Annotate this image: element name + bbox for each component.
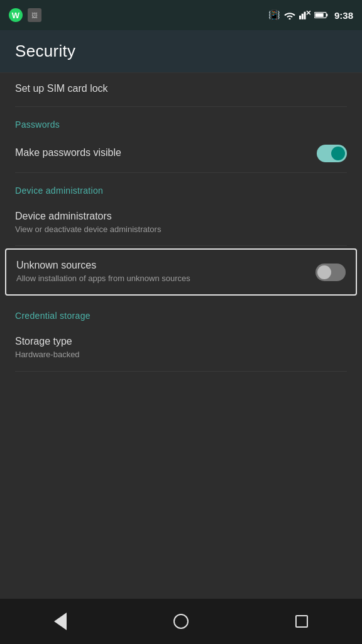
make-passwords-visible-item[interactable]: Make passwords visible: [0, 135, 362, 172]
device-administrators-title: Device administrators: [15, 211, 347, 222]
gallery-icon: 🖼: [28, 8, 41, 22]
whatsapp-icon: W: [9, 8, 23, 22]
nav-home-button[interactable]: [162, 602, 200, 640]
make-passwords-visible-title: Make passwords visible: [15, 147, 309, 158]
unknown-sources-title: Unknown sources: [16, 260, 308, 271]
unknown-sources-subtitle: Allow installation of apps from unknown …: [16, 273, 255, 284]
svg-rect-3: [304, 12, 305, 19]
page-title: Security: [15, 42, 347, 61]
nav-recent-button[interactable]: [283, 602, 321, 640]
svg-rect-7: [315, 13, 323, 17]
svg-rect-1: [299, 16, 301, 19]
unknown-sources-toggle-thumb: [317, 265, 331, 279]
app-header: Security: [0, 30, 362, 73]
vibrate-icon: 📳: [268, 9, 280, 21]
divider-3: [15, 245, 347, 246]
make-passwords-visible-toggle[interactable]: [317, 145, 347, 162]
signal-icon: [299, 11, 310, 19]
recent-icon: [295, 615, 308, 628]
unknown-sources-item[interactable]: Unknown sources Allow installation of ap…: [5, 248, 357, 296]
device-administrators-subtitle: View or deactivate device administrators: [15, 224, 254, 235]
battery-icon: [314, 11, 328, 19]
storage-type-title: Storage type: [15, 336, 347, 347]
svg-rect-2: [302, 14, 304, 19]
device-administrators-item[interactable]: Device administrators View or deactivate…: [0, 201, 362, 245]
nav-back-button[interactable]: [41, 602, 79, 640]
bottom-navigation: [0, 599, 362, 644]
sim-card-lock-title: Set up SIM card lock: [15, 83, 347, 94]
svg-point-0: [288, 18, 290, 20]
unknown-sources-toggle[interactable]: [315, 264, 346, 281]
storage-type-subtitle: Hardware-backed: [15, 349, 254, 360]
status-bar-right-icons: 📳 9:38: [268, 9, 353, 21]
settings-list: Set up SIM card lock Passwords Make pass…: [0, 73, 362, 372]
back-icon: [54, 613, 67, 630]
home-icon: [173, 614, 189, 629]
divider-4: [15, 371, 347, 372]
status-time: 9:38: [334, 10, 353, 21]
toggle-thumb: [331, 147, 345, 160]
wifi-icon: [284, 11, 295, 19]
section-label-passwords: Passwords: [0, 107, 362, 135]
status-bar: W 🖼 📳 9:38: [0, 0, 362, 30]
storage-type-item[interactable]: Storage type Hardware-backed: [0, 326, 362, 370]
section-label-credential-storage: Credential storage: [0, 298, 362, 326]
status-bar-left-icons: W 🖼: [9, 8, 41, 22]
sim-card-lock-item[interactable]: Set up SIM card lock: [0, 73, 362, 106]
svg-rect-8: [326, 14, 327, 16]
section-label-device-admin: Device administration: [0, 173, 362, 201]
